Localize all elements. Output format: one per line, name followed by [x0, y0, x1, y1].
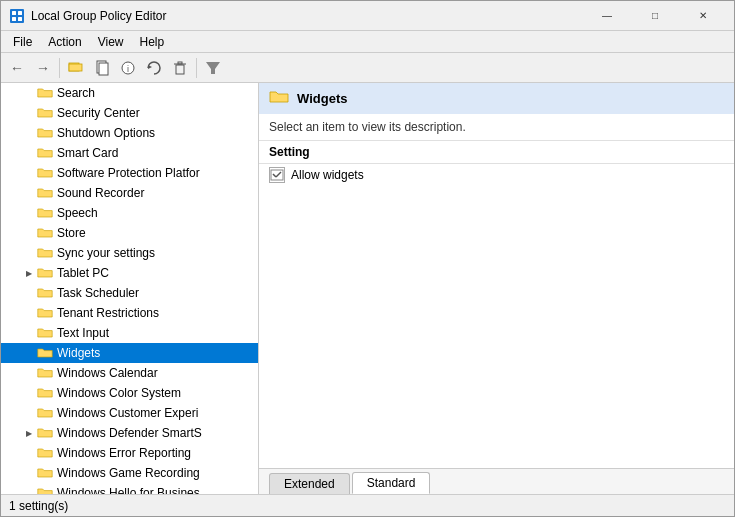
tree-panel[interactable]: Search Security Center [1, 83, 259, 494]
setting-row-allow-widgets[interactable]: Allow widgets [259, 164, 734, 186]
menu-help[interactable]: Help [132, 31, 173, 53]
folder-icon [37, 165, 53, 181]
toolbar-separator-2 [196, 58, 197, 78]
right-panel-description: Select an item to view its description. [259, 114, 734, 141]
folder-icon [37, 365, 53, 381]
svg-rect-12 [176, 65, 184, 74]
tree-item-windows-color-system[interactable]: Windows Color System [1, 383, 258, 403]
content-area: Search Security Center [1, 83, 734, 494]
browse-button[interactable] [64, 56, 88, 80]
filter-button[interactable] [201, 56, 225, 80]
app-icon [9, 8, 25, 24]
folder-icon [37, 425, 53, 441]
status-bar: 1 setting(s) [1, 494, 734, 516]
tree-item-tablet-pc[interactable]: ▶ Tablet PC [1, 263, 258, 283]
tree-item-label: Widgets [57, 346, 100, 360]
tree-item-windows-defender[interactable]: ▶ Windows Defender SmartS [1, 423, 258, 443]
no-expand-icon [21, 465, 37, 481]
no-expand-icon [21, 165, 37, 181]
folder-icon [37, 125, 53, 141]
tree-item-text-input[interactable]: Text Input [1, 323, 258, 343]
folder-icon [37, 265, 53, 281]
tree-item-speech[interactable]: Speech [1, 203, 258, 223]
window-title: Local Group Policy Editor [31, 9, 584, 23]
delete-button[interactable] [168, 56, 192, 80]
menu-file[interactable]: File [5, 31, 40, 53]
tree-item-label: Windows Error Reporting [57, 446, 191, 460]
tree-item-label: Tablet PC [57, 266, 109, 280]
menu-view[interactable]: View [90, 31, 132, 53]
maximize-button[interactable]: □ [632, 1, 678, 31]
no-expand-icon [21, 125, 37, 141]
tree-item-windows-calendar[interactable]: Windows Calendar [1, 363, 258, 383]
no-expand-icon [21, 85, 37, 101]
folder-icon [37, 185, 53, 201]
minimize-button[interactable]: — [584, 1, 630, 31]
tree-item-software-protection[interactable]: Software Protection Platfor [1, 163, 258, 183]
folder-icon [37, 105, 53, 121]
tree-item-label: Task Scheduler [57, 286, 139, 300]
folder-icon [37, 145, 53, 161]
svg-marker-15 [206, 62, 220, 74]
no-expand-icon [21, 145, 37, 161]
tree-item-smart-card[interactable]: Smart Card [1, 143, 258, 163]
folder-icon [37, 405, 53, 421]
tree-item-label: Windows Customer Experi [57, 406, 198, 420]
tree-item-shutdown-options[interactable]: Shutdown Options [1, 123, 258, 143]
folder-icon [37, 225, 53, 241]
tab-standard[interactable]: Standard [352, 472, 431, 494]
folder-icon [37, 485, 53, 494]
tree-item-label: Text Input [57, 326, 109, 340]
folder-icon [37, 305, 53, 321]
tree-item-security-center[interactable]: Security Center [1, 103, 258, 123]
tree-item-label: Windows Defender SmartS [57, 426, 202, 440]
tree-item-label: Windows Color System [57, 386, 181, 400]
tree-item-windows-hello[interactable]: Windows Hello for Busines [1, 483, 258, 494]
expand-icon[interactable]: ▶ [21, 425, 37, 441]
no-expand-icon [21, 305, 37, 321]
setting-label: Allow widgets [291, 168, 364, 182]
tree-item-label: Tenant Restrictions [57, 306, 159, 320]
right-header-folder-icon [269, 89, 289, 108]
svg-rect-6 [69, 64, 82, 71]
folder-icon [37, 325, 53, 341]
no-expand-icon [21, 405, 37, 421]
tree-item-widgets[interactable]: Widgets [1, 343, 258, 363]
tree-item-label: Windows Game Recording [57, 466, 200, 480]
tree-item-windows-game-recording[interactable]: Windows Game Recording [1, 463, 258, 483]
window-controls: — □ ✕ [584, 1, 726, 31]
menu-action[interactable]: Action [40, 31, 89, 53]
tree-item-label: Speech [57, 206, 98, 220]
back-button[interactable]: ← [5, 56, 29, 80]
tab-extended[interactable]: Extended [269, 473, 350, 494]
tree-item-tenant-restrictions[interactable]: Tenant Restrictions [1, 303, 258, 323]
properties-button[interactable]: i [116, 56, 140, 80]
folder-icon [37, 465, 53, 481]
folder-icon [37, 285, 53, 301]
tree-item-search[interactable]: Search [1, 83, 258, 103]
tree-item-label: Smart Card [57, 146, 118, 160]
expand-icon[interactable]: ▶ [21, 265, 37, 281]
svg-rect-3 [12, 17, 16, 21]
tree-item-sound-recorder[interactable]: Sound Recorder [1, 183, 258, 203]
tree-item-label: Software Protection Platfor [57, 166, 200, 180]
tree-item-sync-settings[interactable]: Sync your settings [1, 243, 258, 263]
tabs-bar: Extended Standard [259, 468, 734, 494]
tree-item-store[interactable]: Store [1, 223, 258, 243]
folder-icon [37, 385, 53, 401]
tree-item-windows-customer-experi[interactable]: Windows Customer Experi [1, 403, 258, 423]
tree-item-task-scheduler[interactable]: Task Scheduler [1, 283, 258, 303]
settings-column-header: Setting [259, 141, 734, 164]
tree-item-label: Shutdown Options [57, 126, 155, 140]
folder-icon [37, 205, 53, 221]
close-button[interactable]: ✕ [680, 1, 726, 31]
folder-icon [37, 345, 53, 361]
forward-button[interactable]: → [31, 56, 55, 80]
copy-button[interactable] [90, 56, 114, 80]
no-expand-icon [21, 385, 37, 401]
tree-item-windows-error-reporting[interactable]: Windows Error Reporting [1, 443, 258, 463]
folder-icon [37, 245, 53, 261]
no-expand-icon [21, 205, 37, 221]
refresh-button[interactable] [142, 56, 166, 80]
main-window: Local Group Policy Editor — □ ✕ File Act… [0, 0, 735, 517]
